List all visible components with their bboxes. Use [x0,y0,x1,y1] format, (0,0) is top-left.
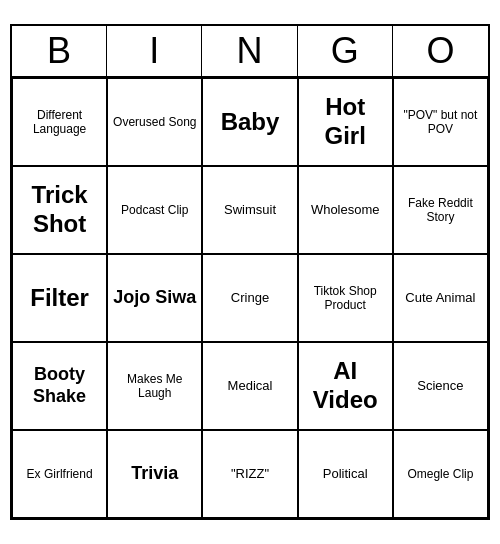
bingo-grid: Different LanguageOverused SongBabyHot G… [12,78,488,518]
bingo-cell: Science [393,342,488,430]
bingo-cell: Cute Animal [393,254,488,342]
bingo-cell: Hot Girl [298,78,393,166]
header-letter: N [202,26,297,76]
bingo-cell: Political [298,430,393,518]
bingo-cell: "RIZZ" [202,430,297,518]
bingo-cell: Fake Reddit Story [393,166,488,254]
bingo-cell: Omegle Clip [393,430,488,518]
bingo-cell: AI Video [298,342,393,430]
header-letter: B [12,26,107,76]
bingo-cell: Tiktok Shop Product [298,254,393,342]
bingo-cell: Baby [202,78,297,166]
bingo-cell: Different Language [12,78,107,166]
bingo-header: BINGO [12,26,488,78]
bingo-cell: Swimsuit [202,166,297,254]
bingo-cell: Ex Girlfriend [12,430,107,518]
bingo-cell: Wholesome [298,166,393,254]
bingo-cell: Cringe [202,254,297,342]
bingo-cell: Medical [202,342,297,430]
bingo-cell: Booty Shake [12,342,107,430]
bingo-cell: Trick Shot [12,166,107,254]
header-letter: G [298,26,393,76]
header-letter: I [107,26,202,76]
bingo-cell: Jojo Siwa [107,254,202,342]
bingo-card: BINGO Different LanguageOverused SongBab… [10,24,490,520]
header-letter: O [393,26,488,76]
bingo-cell: Makes Me Laugh [107,342,202,430]
bingo-cell: "POV" but not POV [393,78,488,166]
bingo-cell: Overused Song [107,78,202,166]
bingo-cell: Filter [12,254,107,342]
bingo-cell: Trivia [107,430,202,518]
bingo-cell: Podcast Clip [107,166,202,254]
